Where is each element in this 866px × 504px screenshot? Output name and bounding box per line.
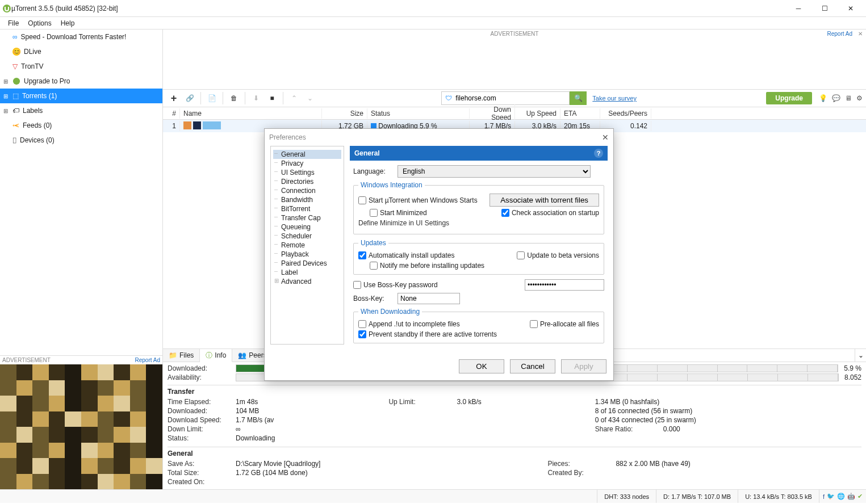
bulb-icon[interactable]: 💡	[819, 94, 827, 102]
menu-help[interactable]: Help	[56, 18, 80, 28]
prefs-section-header: General ?	[350, 146, 608, 161]
sidebar-item-feeds[interactable]: ⥷Feeds (0)	[0, 118, 162, 133]
chk-beta-updates[interactable]: Update to beta versions	[517, 251, 599, 259]
bosskey-input[interactable]	[398, 293, 460, 304]
prefs-cat-privacy[interactable]: Privacy	[273, 159, 341, 168]
close-ad-icon[interactable]: ✕	[858, 31, 863, 37]
sidebar-item-torrents[interactable]: ⊞⬚Torrents (1)	[0, 89, 162, 103]
fieldset-when-downloading: When Downloading Append .!ut to incomple…	[353, 308, 604, 343]
prefs-cat-connection[interactable]: Connection	[273, 186, 341, 195]
chk-prealloc[interactable]: Pre-allocate all files	[530, 320, 599, 328]
dialog-titlebar[interactable]: Preferences ✕	[265, 129, 613, 146]
prefs-cancel-button[interactable]: Cancel	[510, 359, 555, 373]
prefs-cat-remote[interactable]: Remote	[273, 241, 341, 250]
prefs-cat-bandwidth[interactable]: Bandwidth	[273, 195, 341, 204]
prefs-cat-ui[interactable]: UI Settings	[273, 168, 341, 177]
prefs-cat-directories[interactable]: Directories	[273, 177, 341, 186]
app-logo-icon	[2, 4, 11, 13]
upgrade-button[interactable]: Upgrade	[766, 92, 812, 104]
settings-icon[interactable]: ⚙	[856, 94, 863, 102]
move-up-button[interactable]: ⌃	[287, 91, 302, 106]
top-ad-banner[interactable]	[163, 38, 866, 89]
sidebar-item-labels[interactable]: ⊞🏷Labels	[0, 103, 162, 118]
prefs-cat-general[interactable]: General	[273, 150, 341, 159]
prefs-cat-scheduler[interactable]: Scheduler	[273, 232, 341, 241]
info-tabs-dropdown[interactable]: ⌄	[855, 349, 866, 362]
col-header-size[interactable]: Size	[322, 108, 367, 119]
remote-icon[interactable]: 🖥	[845, 94, 852, 102]
prefs-ok-button[interactable]: OK	[459, 359, 504, 373]
menubar: File Options Help	[0, 17, 866, 30]
preferences-dialog: Preferences ✕ General Privacy UI Setting…	[264, 128, 614, 381]
stop-button[interactable]: ■	[265, 91, 279, 106]
chk-auto-updates[interactable]: Automatically install updates	[358, 251, 454, 259]
chat-icon[interactable]: 💬	[832, 94, 840, 102]
menu-options[interactable]: Options	[23, 18, 56, 28]
tab-info[interactable]: ⓘ Info	[200, 349, 232, 362]
add-torrent-button[interactable]: +	[166, 91, 181, 106]
menu-file[interactable]: File	[3, 18, 23, 28]
twitter-icon[interactable]: 🐦	[827, 493, 835, 500]
sidebar-item-dlive[interactable]: 😊DLive	[0, 44, 162, 59]
survey-link[interactable]: Take our survey	[592, 95, 637, 102]
titlebar: µTorrent 3.5.5 (build 45852) [32-bit] ─ …	[0, 0, 866, 17]
chk-notify-updates[interactable]: Notify me before installing updates	[358, 262, 599, 270]
sidebar-item-upgrade[interactable]: ⊞Upgrade to Pro	[0, 74, 162, 89]
language-select[interactable]: English	[398, 165, 591, 178]
status-ok-icon[interactable]: ✔	[857, 493, 863, 500]
facebook-icon[interactable]: f	[823, 493, 825, 500]
prefs-cat-transfercap[interactable]: Transfer Cap	[273, 213, 341, 222]
col-header-name[interactable]: Name	[180, 108, 322, 119]
prefs-cat-queueing[interactable]: Queueing	[273, 222, 341, 232]
sidebar-report-ad-link[interactable]: Report Ad	[135, 357, 160, 363]
prefs-cat-bittorrent[interactable]: BitTorrent	[273, 204, 341, 213]
top-ad-label: ADVERTISEMENT Report Ad ✕	[163, 30, 866, 38]
shield-icon: 🛡	[445, 94, 452, 102]
minimize-button[interactable]: ─	[785, 0, 811, 17]
bosskey-password-input[interactable]	[525, 279, 604, 291]
search-button[interactable]: 🔍	[570, 91, 587, 105]
col-header-up[interactable]: Up Speed	[515, 108, 560, 119]
sidebar-item-trontv[interactable]: ▽TronTV	[0, 59, 162, 74]
chk-append-ut[interactable]: Append .!ut to incomplete files	[358, 320, 460, 328]
sidebar-item-speed[interactable]: ∞Speed - Download Torrents Faster!	[0, 30, 162, 44]
fieldset-windows-integration: Windows Integration Start µTorrent when …	[353, 181, 604, 234]
prefs-cat-paired[interactable]: Paired Devices	[273, 259, 341, 268]
chk-bosskey-pw[interactable]: Use Boss-Key password	[353, 281, 438, 289]
associate-button[interactable]: Associate with torrent files	[490, 194, 599, 207]
col-header-status[interactable]: Status	[367, 108, 470, 119]
maximize-button[interactable]: ☐	[811, 0, 838, 17]
chk-check-assoc[interactable]: Check association on startup	[501, 209, 599, 217]
chk-prevent-standby[interactable]: Prevent standby if there are active torr…	[358, 330, 599, 338]
sidebar-item-devices[interactable]: ⌷Devices (0)	[0, 133, 162, 148]
sidebar-ad-image[interactable]	[0, 364, 162, 489]
move-down-button[interactable]: ⌄	[303, 91, 317, 106]
svg-point-1	[13, 78, 20, 85]
search-box: 🛡	[441, 91, 570, 105]
close-button[interactable]: ✕	[838, 0, 864, 17]
globe-icon[interactable]: 🌐	[837, 493, 845, 500]
remove-button[interactable]: 🗑	[227, 91, 241, 106]
torrent-list-header: # Name Size Status Down Speed Up Speed E…	[163, 107, 866, 120]
chk-start-minimized[interactable]: Start Minimized	[358, 209, 427, 217]
help-icon[interactable]: ?	[594, 149, 603, 158]
top-report-ad-link[interactable]: Report Ad	[827, 31, 852, 37]
status-dht[interactable]: DHT: 333 nodes	[597, 490, 656, 503]
col-header-eta[interactable]: ETA	[560, 108, 600, 119]
add-url-button[interactable]: 🔗	[182, 91, 197, 106]
create-torrent-button[interactable]: 📄	[204, 91, 219, 106]
android-icon[interactable]: 🤖	[847, 493, 855, 500]
chk-start-windows[interactable]: Start µTorrent when Windows Starts	[358, 196, 478, 204]
status-down[interactable]: D: 1.7 MB/s T: 107.0 MB	[656, 490, 738, 503]
prefs-cat-advanced[interactable]: Advanced	[273, 277, 341, 286]
prefs-cat-playback[interactable]: Playback	[273, 250, 341, 259]
dialog-close-button[interactable]: ✕	[602, 133, 609, 142]
tab-files[interactable]: 📁 Files	[163, 349, 200, 362]
search-input[interactable]	[455, 94, 569, 102]
prefs-apply-button[interactable]: Apply	[561, 359, 606, 373]
status-up[interactable]: U: 13.4 kB/s T: 803.5 kB	[738, 490, 819, 503]
col-header-num[interactable]: #	[163, 108, 180, 119]
col-header-seeds[interactable]: Seeds/Peers	[600, 108, 651, 119]
start-button[interactable]: ⬇	[249, 91, 263, 106]
prefs-cat-label[interactable]: Label	[273, 268, 341, 277]
